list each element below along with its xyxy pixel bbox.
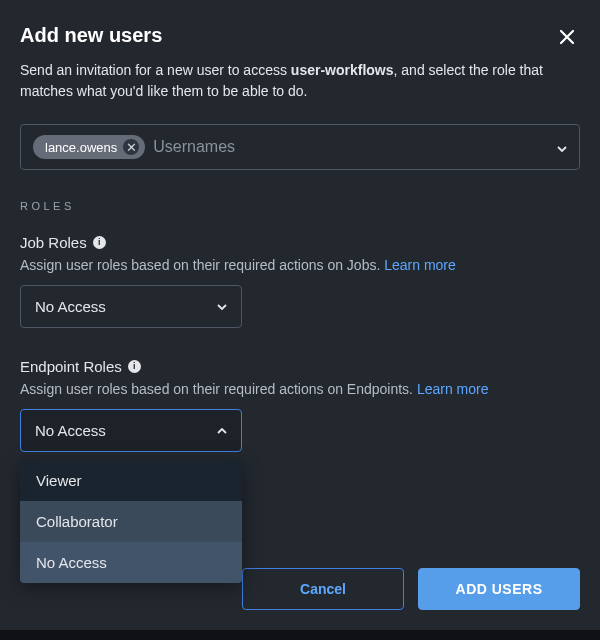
endpoint-roles-dropdown: Viewer Collaborator No Access xyxy=(20,460,242,583)
description-prefix: Send an invitation for a new user to acc… xyxy=(20,62,291,78)
roles-section-label: ROLES xyxy=(20,200,580,212)
job-roles-helper-text: Assign user roles based on their require… xyxy=(20,257,384,273)
description-workspace-name: user-workflows xyxy=(291,62,394,78)
username-chip-label: lance.owens xyxy=(45,140,117,155)
job-roles-label: Job Roles i xyxy=(20,234,580,251)
info-icon[interactable]: i xyxy=(93,236,106,249)
endpoint-roles-label-text: Endpoint Roles xyxy=(20,358,122,375)
modal-header: Add new users xyxy=(20,24,580,50)
endpoint-roles-select-value: No Access xyxy=(35,422,106,439)
dropdown-option-collaborator[interactable]: Collaborator xyxy=(20,501,242,542)
endpoint-roles-select-wrapper: No Access Viewer Collaborator No Access xyxy=(20,409,580,452)
modal-title: Add new users xyxy=(20,24,162,47)
endpoint-roles-learn-more-link[interactable]: Learn more xyxy=(417,381,489,397)
job-roles-helper: Assign user roles based on their require… xyxy=(20,257,580,273)
info-icon[interactable]: i xyxy=(128,360,141,373)
username-chip: lance.owens ✕ xyxy=(33,135,145,159)
endpoint-roles-helper-text: Assign user roles based on their require… xyxy=(20,381,417,397)
endpoint-roles-select[interactable]: No Access xyxy=(20,409,242,452)
job-roles-select[interactable]: No Access xyxy=(20,285,242,328)
chevron-down-icon xyxy=(217,304,227,310)
endpoint-roles-helper: Assign user roles based on their require… xyxy=(20,381,580,397)
dropdown-option-no-access[interactable]: No Access xyxy=(20,542,242,583)
close-button[interactable] xyxy=(554,24,580,50)
chevron-down-icon[interactable] xyxy=(557,138,567,156)
usernames-input[interactable]: lance.owens ✕ Usernames xyxy=(20,124,580,170)
chip-remove-icon[interactable]: ✕ xyxy=(123,139,139,155)
dropdown-option-viewer[interactable]: Viewer xyxy=(20,460,242,501)
modal-description: Send an invitation for a new user to acc… xyxy=(20,60,580,102)
job-roles-learn-more-link[interactable]: Learn more xyxy=(384,257,456,273)
endpoint-roles-label: Endpoint Roles i xyxy=(20,358,580,375)
job-roles-select-value: No Access xyxy=(35,298,106,315)
chevron-up-icon xyxy=(217,428,227,434)
add-users-modal: Add new users Send an invitation for a n… xyxy=(0,0,600,630)
modal-footer: Cancel ADD USERS xyxy=(242,568,580,610)
add-users-button[interactable]: ADD USERS xyxy=(418,568,580,610)
close-icon xyxy=(558,28,576,46)
cancel-button[interactable]: Cancel xyxy=(242,568,404,610)
job-roles-label-text: Job Roles xyxy=(20,234,87,251)
usernames-placeholder: Usernames xyxy=(153,138,567,156)
